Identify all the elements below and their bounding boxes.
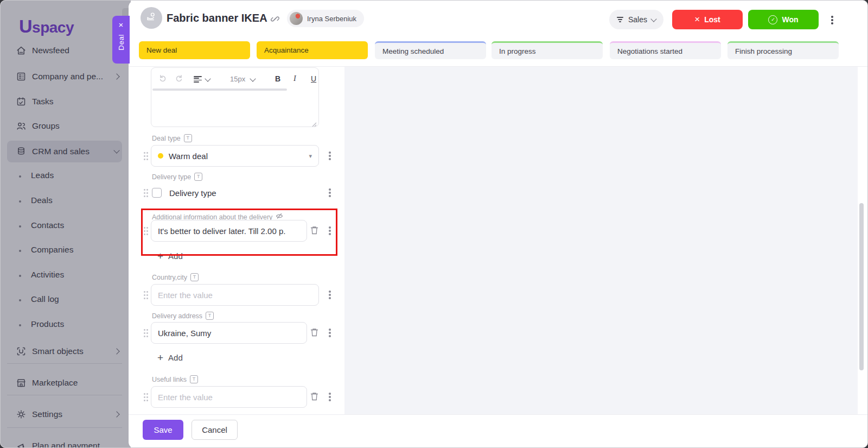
drag-handle[interactable]: [143, 188, 148, 197]
label-text: Deal type: [152, 135, 181, 142]
close-icon: ×: [694, 14, 700, 25]
delivery-type-checkbox-label: Delivery type: [169, 188, 216, 198]
label-text: Useful links: [152, 376, 187, 383]
copy-link-icon[interactable]: [270, 14, 280, 24]
align-icon[interactable]: [194, 75, 202, 84]
text-type-icon: T: [190, 273, 199, 281]
field-label-delivery-type: Delivery type T: [152, 173, 202, 181]
save-button[interactable]: Save: [143, 420, 183, 440]
add-value-button[interactable]: + Add: [157, 251, 183, 261]
resize-handle-icon[interactable]: [311, 119, 317, 125]
owner-chip[interactable]: Iryna Serbeniuk: [287, 10, 364, 27]
stage-label: Finish processing: [735, 47, 792, 55]
deal-type-kebab-menu[interactable]: [325, 150, 335, 161]
app-window: Uspacy Newsfeed Company and pe... Tasks: [0, 0, 868, 448]
trash-icon[interactable]: [310, 392, 320, 402]
underline-button[interactable]: U: [311, 74, 316, 83]
lost-label: Lost: [704, 15, 720, 24]
label-text: Delivery address: [152, 312, 202, 320]
redo-icon[interactable]: [175, 74, 183, 84]
stage-negotiations-started[interactable]: Negotiations started: [610, 41, 721, 59]
drag-handle[interactable]: [143, 291, 148, 299]
modal-backdrop[interactable]: [1, 1, 131, 447]
won-label: Won: [782, 15, 798, 24]
lost-button[interactable]: × Lost: [672, 10, 743, 29]
stage-label: In progress: [499, 47, 536, 55]
label-text: Delivery type: [152, 173, 191, 181]
stage-in-progress[interactable]: In progress: [492, 41, 603, 59]
add-label: Add: [168, 353, 183, 362]
stage-acquaintance[interactable]: Acquaintance: [257, 41, 368, 59]
cancel-button[interactable]: Cancel: [192, 420, 238, 440]
country-city-kebab-menu[interactable]: [325, 289, 335, 300]
check-circle-icon: ✓: [768, 15, 777, 24]
useful-links-kebab-menu[interactable]: [325, 392, 335, 402]
page-title: Fabric banner IKEA: [167, 12, 267, 24]
won-button[interactable]: ✓ Won: [748, 10, 819, 29]
chevron-down-icon: [650, 16, 656, 22]
owner-avatar: [290, 12, 303, 25]
owner-name: Iryna Serbeniuk: [307, 15, 356, 23]
delivery-address-input[interactable]: [151, 322, 307, 344]
add-value-button[interactable]: + Add: [157, 353, 183, 362]
delivery-address-kebab-menu[interactable]: [325, 327, 335, 338]
filter-icon: [617, 17, 624, 22]
field-label-deal-type: Deal type T: [152, 134, 192, 142]
field-label-country-city: Country,city T: [152, 273, 199, 281]
content-background: [344, 67, 858, 414]
trash-icon[interactable]: [310, 225, 320, 236]
stage-finish-processing[interactable]: Finish processing: [727, 41, 839, 59]
text-type-icon: T: [190, 375, 198, 383]
delivery-type-checkbox[interactable]: [152, 188, 162, 198]
country-city-input[interactable]: [151, 284, 319, 306]
italic-button[interactable]: I: [293, 74, 296, 83]
additional-info-kebab-menu[interactable]: [325, 225, 335, 236]
caret-down-icon: ▾: [309, 153, 312, 160]
deal-type-value: Warm deal: [169, 152, 309, 161]
deal-panel-tab[interactable]: × Deal: [112, 16, 130, 64]
trash-icon[interactable]: [310, 327, 320, 338]
funnel-select[interactable]: Sales: [609, 10, 663, 29]
hand-coin-icon: [145, 11, 157, 25]
vertical-scrollbar[interactable]: [859, 203, 864, 370]
text-type-icon: T: [194, 173, 202, 181]
chevron-down-icon[interactable]: [250, 75, 256, 81]
stage-meeting-scheduled[interactable]: Meeting scheduled: [375, 41, 486, 59]
comment-editor[interactable]: 15px B I U: [151, 67, 319, 127]
label-text: Country,city: [152, 274, 187, 281]
stage-new-deal[interactable]: New deal: [139, 41, 250, 59]
close-icon[interactable]: ×: [119, 21, 124, 29]
deal-avatar: [141, 7, 162, 29]
bold-button[interactable]: B: [275, 74, 280, 83]
stage-label: Negotiations started: [617, 47, 682, 55]
drag-handle[interactable]: [143, 329, 148, 337]
chevron-down-icon[interactable]: [205, 75, 210, 81]
text-type-icon: T: [184, 134, 192, 142]
header-kebab-menu[interactable]: [827, 15, 837, 26]
deal-type-select[interactable]: Warm deal ▾: [151, 145, 319, 167]
stage-label: Acquaintance: [264, 46, 309, 54]
stage-label: Meeting scheduled: [382, 47, 444, 55]
stage-label: New deal: [146, 46, 177, 54]
plus-icon: +: [157, 252, 163, 261]
editor-toolbar: 15px B I U: [151, 72, 318, 85]
undo-icon[interactable]: [158, 74, 167, 84]
text-type-icon: T: [206, 312, 214, 320]
footer-divider: [129, 414, 868, 415]
field-label-delivery-address: Delivery address T: [152, 312, 214, 320]
drag-handle[interactable]: [143, 226, 148, 235]
useful-links-input[interactable]: [151, 386, 307, 408]
font-size-select[interactable]: 15px: [230, 75, 245, 83]
deal-tab-label: Deal: [117, 34, 125, 51]
warm-deal-dot-icon: [158, 153, 163, 159]
drag-handle[interactable]: [143, 393, 148, 401]
field-label-useful-links: Useful links T: [152, 375, 198, 383]
plus-icon: +: [157, 354, 163, 362]
delivery-type-kebab-menu[interactable]: [325, 187, 335, 198]
additional-info-input[interactable]: [151, 220, 307, 242]
editor-toolbar-scrollbar[interactable]: [152, 89, 287, 91]
funnel-label: Sales: [628, 15, 647, 24]
add-label: Add: [168, 251, 183, 261]
drag-handle[interactable]: [143, 152, 148, 160]
